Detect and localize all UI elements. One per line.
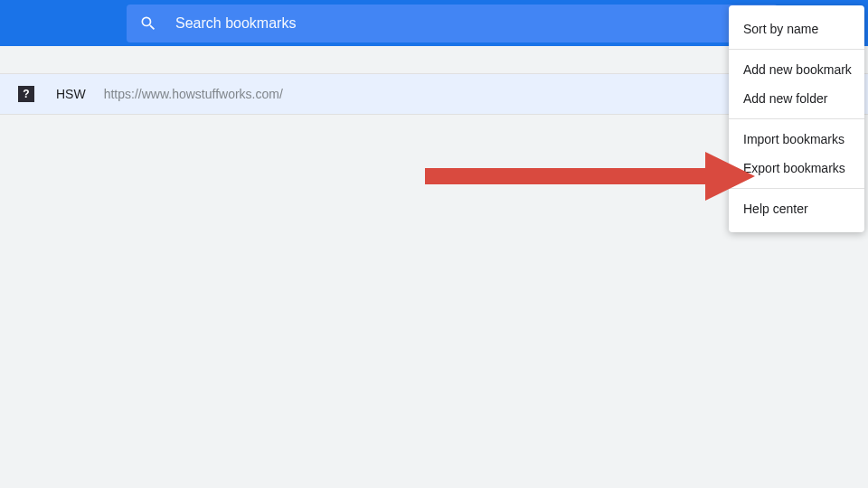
- bookmark-url: https://www.howstuffworks.com/: [104, 87, 283, 101]
- search-container[interactable]: [127, 5, 778, 42]
- menu-divider: [729, 49, 864, 50]
- menu-import-bookmarks[interactable]: Import bookmarks: [729, 125, 864, 154]
- menu-add-new-bookmark[interactable]: Add new bookmark: [729, 55, 864, 84]
- annotation-arrow-icon: [425, 152, 755, 202]
- menu-help-center[interactable]: Help center: [729, 194, 864, 223]
- menu-sort-by-name[interactable]: Sort by name: [729, 14, 864, 43]
- search-icon: [139, 14, 157, 33]
- menu-add-new-folder[interactable]: Add new folder: [729, 84, 864, 113]
- menu-export-bookmarks[interactable]: Export bookmarks: [729, 154, 864, 183]
- search-input[interactable]: [175, 15, 765, 32]
- menu-divider: [729, 118, 864, 119]
- favicon-icon: ?: [18, 86, 34, 102]
- bookmark-title: HSW: [56, 87, 86, 101]
- favicon-text: ?: [23, 88, 29, 100]
- menu-divider: [729, 188, 864, 189]
- context-menu: Sort by name Add new bookmark Add new fo…: [729, 5, 864, 232]
- svg-rect-0: [425, 168, 705, 184]
